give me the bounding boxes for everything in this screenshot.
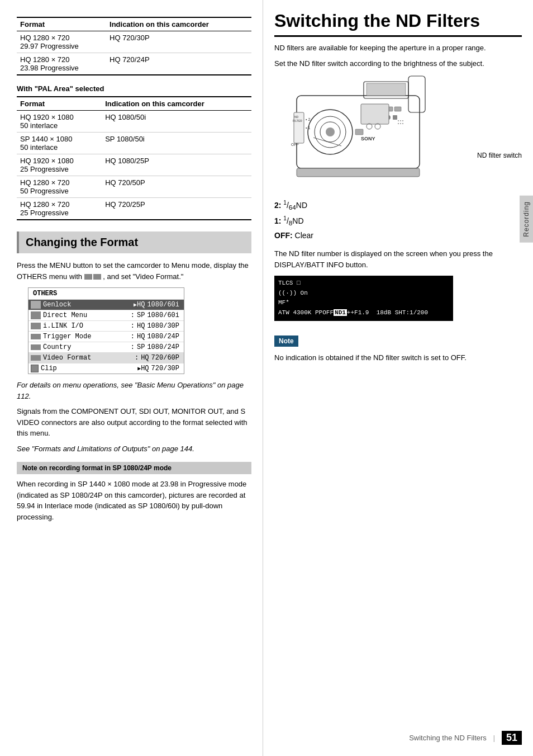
- right-column: Switching the ND Filters ND filters are …: [263, 0, 533, 756]
- others-menu-row-ilink: i.LINK I/O : HQ 1080/30P: [28, 320, 184, 331]
- camera-svg: SONY ND FILTER • 2 • 1 OFF: [274, 73, 448, 191]
- format-header-pal: Format: [17, 97, 102, 111]
- svg-point-4: [326, 127, 335, 136]
- indication-header-pal: Indication on this camcorder: [102, 97, 251, 111]
- table-row: HQ 1280 × 72023.98 Progressive HQ 720/24…: [17, 53, 251, 75]
- note-text: No indication is obtained if the ND filt…: [274, 352, 522, 363]
- svg-rect-23: [355, 129, 363, 135]
- nd-value-off: OFF: Clear: [274, 229, 522, 243]
- right-body-1: ND filters are available for keeping the…: [274, 42, 522, 54]
- svg-rect-6: [367, 83, 406, 96]
- videoformat-icon: [31, 355, 41, 361]
- others-menu-header: OTHERS: [28, 288, 184, 299]
- svg-text:ND: ND: [294, 115, 299, 119]
- nd-value-1: 1: 1/8ND: [274, 214, 522, 229]
- screen-line-3: MF*: [278, 298, 449, 308]
- page-footer: Switching the ND Filters | 51: [409, 731, 522, 745]
- format-header: Format: [17, 17, 106, 31]
- svg-text:• 2: • 2: [306, 117, 310, 121]
- svg-rect-20: [297, 168, 420, 177]
- svg-text:FILTER: FILTER: [293, 119, 302, 122]
- others-menu-row-clip: Clip ▶ HQ 720/30P: [28, 363, 184, 374]
- svg-rect-7: [408, 76, 425, 112]
- ilink-icon: [31, 323, 41, 329]
- camera-image: SONY ND FILTER • 2 • 1 OFF: [274, 73, 472, 192]
- camera-area: SONY ND FILTER • 2 • 1 OFF: [274, 73, 522, 192]
- italic-text-2: See "Formats and Limitations of Outputs"…: [17, 443, 251, 455]
- svg-point-27: [398, 123, 399, 124]
- table-row: SP 1440 × 108050 interlace SP 1080/50i: [17, 133, 251, 154]
- genlock-icon: [31, 301, 41, 309]
- svg-text:SONY: SONY: [361, 136, 375, 141]
- clip-icon: [31, 365, 39, 372]
- trigger-icon: [31, 334, 41, 339]
- svg-rect-11: [393, 115, 397, 120]
- svg-text:OFF: OFF: [291, 143, 299, 147]
- body-text-1: Press the MENU button to set the camcord…: [17, 260, 251, 282]
- note-header: Note: [274, 329, 522, 349]
- recording-tab: Recording: [520, 196, 533, 243]
- nd-indicator: ND1: [334, 309, 347, 316]
- svg-point-22: [375, 124, 380, 129]
- page-number: 51: [502, 731, 522, 745]
- left-column: Format Indication on this camcorder HQ 1…: [0, 0, 263, 756]
- svg-point-21: [367, 124, 372, 129]
- body-text-3: When recording in SP 1440 × 1080 mode at…: [17, 479, 251, 522]
- table-row: HQ 1920 × 108025 Progressive HQ 1080/25P: [17, 154, 251, 176]
- others-menu-row-genlock: Genlock ▶ HQ 1080/60i: [28, 299, 184, 310]
- svg-rect-13: [361, 104, 389, 124]
- footer-label: Switching the ND Filters: [409, 734, 487, 742]
- svg-point-25: [400, 120, 401, 121]
- page-container: Format Indication on this camcorder HQ 1…: [0, 0, 533, 756]
- table-row: HQ 1280 × 72029.97 Progressive HQ 720/30…: [17, 31, 251, 53]
- right-body-2: Set the ND filter switch according to th…: [274, 58, 522, 69]
- screen-line-2: ((·)) On: [278, 289, 449, 299]
- pal-table: Format Indication on this camcorder HQ 1…: [17, 96, 251, 220]
- svg-text:• 1: • 1: [306, 126, 310, 130]
- menu-icon-2: [93, 274, 101, 280]
- table-row: HQ 1280 × 72050 Progressive HQ 720/50P: [17, 176, 251, 198]
- nd-switch-label: ND filter switch: [477, 152, 522, 159]
- table-row: HQ 1920 × 108050 interlace HQ 1080/50i: [17, 111, 251, 133]
- ntsc-table: Format Indication on this camcorder HQ 1…: [17, 17, 251, 75]
- right-body-3: The ND filter number is displayed on the…: [274, 248, 522, 270]
- others-menu-row-videoformat: Video Format : HQ 720/60P: [28, 352, 184, 363]
- table-row: HQ 1280 × 72025 Progressive HQ 720/25P: [17, 198, 251, 220]
- svg-point-24: [398, 120, 399, 121]
- menu-icon-1: [84, 274, 92, 280]
- others-menu-row-trigger: Trigger Mode : HQ 1080/24P: [28, 331, 184, 342]
- svg-point-28: [400, 123, 401, 124]
- screen-display: TLCS □ ((·)) On MF* ATW 4300K PPOFFND1++…: [274, 276, 453, 320]
- note-box: Note on recording format in SP 1080/24P …: [17, 462, 251, 474]
- svg-point-26: [402, 120, 403, 121]
- body-text-2: Signals from the COMPONENT OUT, SDI OUT,…: [17, 406, 251, 439]
- screen-line-4: ATW 4300K PPOFFND1++F1.9 18dB SHT:1/200: [278, 308, 449, 318]
- screen-line-1: TLCS □: [278, 278, 449, 289]
- others-menu-row-directmenu: Direct Menu : SP 1080/60i: [28, 310, 184, 320]
- section-title: Changing the Format: [17, 231, 251, 253]
- svg-point-29: [402, 123, 403, 124]
- directmenu-icon: [31, 311, 41, 319]
- svg-rect-9: [394, 107, 401, 111]
- pal-section-header: With "PAL Area" selected: [17, 84, 251, 93]
- italic-text-1: For details on menu operations, see "Bas…: [17, 380, 251, 401]
- nd-info: 2: 1/64ND 1: 1/8ND OFF: Clear: [274, 198, 522, 243]
- page-title: Switching the ND Filters: [274, 11, 522, 37]
- others-menu-row-country: Country : SP 1080/24P: [28, 342, 184, 352]
- nd-value-2: 2: 1/64ND: [274, 198, 522, 213]
- country-icon: [31, 344, 41, 350]
- indication-header: Indication on this camcorder: [106, 17, 251, 31]
- others-menu: OTHERS Genlock ▶ HQ 1080/60i Direct Menu…: [28, 287, 184, 374]
